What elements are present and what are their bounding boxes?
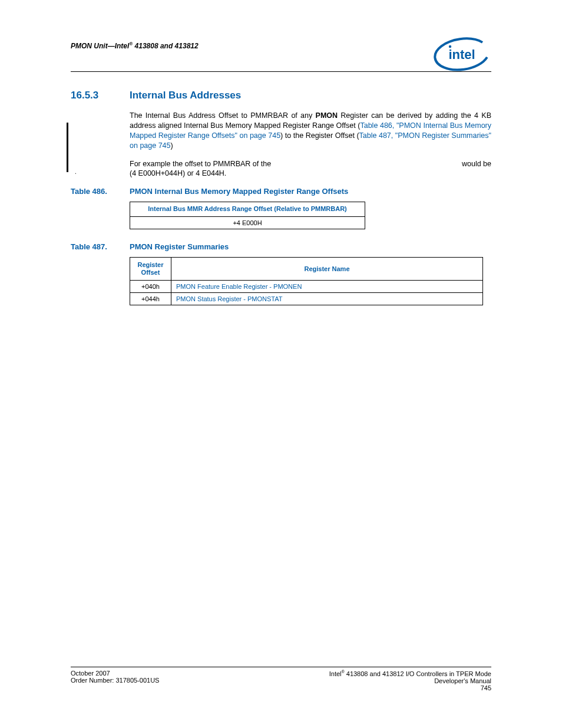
header-title: PMON Unit—Intel® 413808 and 413812 xyxy=(71,37,199,50)
paragraph-1: The Internal Bus Address Offset to PMMRB… xyxy=(130,111,491,151)
footer-pagenum: 745 xyxy=(329,684,491,691)
header-text-pre: PMON Unit—Intel xyxy=(71,42,129,50)
footer-manual: Developer's Manual xyxy=(329,677,491,684)
table-487-label: Table 487. xyxy=(71,242,114,251)
change-bar xyxy=(67,123,68,172)
t486-header-text: Internal Bus MMR Address Range Offset (R… xyxy=(148,205,347,212)
footer-order: Order Number: 317805-001US xyxy=(71,677,159,684)
p2-b-right: would be xyxy=(462,159,491,169)
p2-a: For example the offset to PMMRBAR of the xyxy=(130,160,271,168)
t486-row: +4 E000H xyxy=(130,217,365,229)
t487-col2: Register Name xyxy=(171,258,483,281)
svg-point-2 xyxy=(449,45,451,48)
footer-right: Intel® 413808 and 413812 I/O Controllers… xyxy=(329,670,491,691)
link-pmonstat[interactable]: PMON Status Register - PMONSTAT xyxy=(176,295,283,302)
svg-text:intel: intel xyxy=(448,47,475,62)
section-heading: 16.5.3 Internal Bus Addresses xyxy=(71,90,491,101)
p1-bold: PMON xyxy=(316,111,338,120)
t487-col1: Register Offset xyxy=(130,258,171,281)
link-pmonen[interactable]: PMON Feature Enable Register - PMONEN xyxy=(176,283,302,290)
section-number: 16.5.3 xyxy=(71,90,114,101)
t487-r0-offset: +040h xyxy=(130,281,171,293)
intel-logo: intel xyxy=(432,37,491,72)
table-487: Register Offset Register Name +040h PMON… xyxy=(130,257,483,305)
page: PMON Unit—Intel® 413808 and 413812 intel… xyxy=(0,0,562,728)
footer-r1b: 413808 and 413812 I/O Controllers in TPE… xyxy=(345,670,491,677)
table-487-title: PMON Register Summaries xyxy=(130,242,229,251)
p1-a: The Internal Bus Address Offset to PMMRB… xyxy=(130,111,316,120)
section-title: Internal Bus Addresses xyxy=(130,90,241,101)
page-footer: October 2007 Order Number: 317805-001US … xyxy=(71,667,491,691)
table-row: +044h PMON Status Register - PMONSTAT xyxy=(130,293,483,305)
p1-d: ) xyxy=(171,141,173,150)
table-486-title: PMON Internal Bus Memory Mapped Register… xyxy=(130,187,348,196)
footer-r1a: Intel xyxy=(329,670,342,677)
paragraph-2b: (4 E000H+044H) or 4 E044H. xyxy=(130,169,491,179)
content: 16.5.3 Internal Bus Addresses The Intern… xyxy=(71,90,491,305)
footer-date: October 2007 xyxy=(71,670,159,677)
header-text-post: 413808 and 413812 xyxy=(133,42,198,50)
p1-c: ) to the Register Offset ( xyxy=(280,131,359,140)
table-486-caption: Table 486. PMON Internal Bus Memory Mapp… xyxy=(71,187,491,196)
paragraph-2: For example the offset to PMMRBAR of the… xyxy=(130,159,491,169)
table-486: Internal Bus MMR Address Range Offset (R… xyxy=(130,202,365,229)
table-486-label: Table 486. xyxy=(71,187,114,196)
t486-header: Internal Bus MMR Address Range Offset (R… xyxy=(130,202,365,217)
footer-product: Intel® 413808 and 413812 I/O Controllers… xyxy=(329,670,491,677)
t487-r1-offset: +044h xyxy=(130,293,171,305)
table-487-caption: Table 487. PMON Register Summaries xyxy=(71,242,491,251)
margin-dot: . xyxy=(75,169,77,175)
table-row: +040h PMON Feature Enable Register - PMO… xyxy=(130,281,483,293)
footer-left: October 2007 Order Number: 317805-001US xyxy=(71,670,159,691)
page-header: PMON Unit—Intel® 413808 and 413812 intel xyxy=(71,37,491,72)
